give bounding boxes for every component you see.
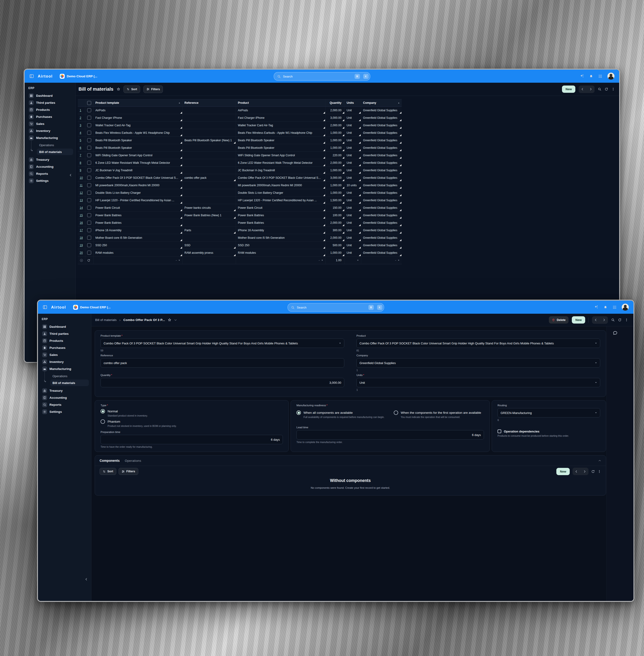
- cell-reference[interactable]: Parts: [183, 227, 236, 234]
- row-checkbox[interactable]: [87, 138, 91, 142]
- cell-quantity[interactable]: 1,500.00: [325, 196, 345, 204]
- cell-reference[interactable]: combo offer pack: [183, 174, 236, 181]
- cell-quantity[interactable]: 2,000.00: [325, 234, 345, 241]
- cell-reference[interactable]: [183, 189, 236, 196]
- row-number-link[interactable]: 2: [80, 116, 81, 119]
- cell-units[interactable]: Unit: [345, 241, 361, 249]
- ai-sparkles-icon[interactable]: [594, 305, 598, 309]
- pager-control[interactable]: [592, 316, 608, 324]
- header-product[interactable]: Product: [236, 99, 325, 107]
- components-sort-button[interactable]: Sort: [99, 468, 116, 475]
- header-units[interactable]: Units: [345, 99, 361, 107]
- row-checkbox[interactable]: [87, 168, 91, 172]
- user-avatar[interactable]: [622, 304, 629, 311]
- cell-company[interactable]: Greenfield Global Supplies: [361, 182, 402, 189]
- cell-quantity[interactable]: 1,000.00: [325, 137, 345, 144]
- sidebar-item-inventory[interactable]: Inventory: [27, 127, 73, 134]
- cell-quantity[interactable]: 1,000.00: [325, 189, 345, 196]
- cell-units[interactable]: Unit: [345, 196, 361, 204]
- cell-units[interactable]: Unit: [345, 219, 361, 226]
- row-checkbox[interactable]: [87, 183, 91, 187]
- filters-button[interactable]: Filters: [143, 86, 163, 93]
- pager-control[interactable]: [579, 86, 595, 93]
- cell-product-template[interactable]: 6 Zone LED Water Resistant Walk Through …: [93, 159, 183, 166]
- cell-quantity[interactable]: 100.00: [325, 212, 345, 219]
- row-checkbox[interactable]: [87, 251, 91, 255]
- cell-product[interactable]: WiFi Sliding Gate Opener Smart App Contr…: [236, 151, 325, 159]
- cell-product[interactable]: Beats Pill Bluetooth Speaker: [236, 137, 325, 144]
- product-template-select[interactable]: Combo Offer Pack Of 3 POP SOCKET Black C…: [100, 338, 344, 348]
- cell-product[interactable]: 6 Zone LED Water Resistant Walk Through …: [236, 159, 325, 166]
- cell-product-template[interactable]: Wallet Tracker Card Air-Tag: [93, 122, 183, 129]
- row-number-link[interactable]: 17: [80, 229, 83, 232]
- row-checkbox[interactable]: [87, 153, 91, 157]
- cell-reference[interactable]: [183, 182, 236, 189]
- cell-reference[interactable]: [183, 196, 236, 204]
- row-checkbox[interactable]: [87, 191, 91, 195]
- row-checkbox[interactable]: [87, 213, 91, 217]
- row-checkbox[interactable]: [87, 123, 91, 127]
- cell-company[interactable]: Greenfield Global Supplies: [361, 151, 402, 159]
- cell-product-template[interactable]: Power Bank Battries: [93, 219, 183, 226]
- radio-normal[interactable]: [100, 409, 105, 414]
- sidebar-item-manufacturing[interactable]: Manufacturing: [27, 134, 73, 141]
- components-pager[interactable]: [573, 468, 589, 475]
- cell-units[interactable]: Unit: [345, 174, 361, 181]
- sidebar-item-sales[interactable]: Sales: [41, 351, 89, 358]
- cell-company[interactable]: Greenfield Global Supplies: [361, 241, 402, 249]
- sidebar-collapse-icon[interactable]: [69, 173, 72, 177]
- cell-reference[interactable]: [183, 129, 236, 136]
- refresh-icon[interactable]: [591, 470, 595, 473]
- cell-company[interactable]: Greenfield Global Supplies: [361, 234, 402, 241]
- sidebar-item-products[interactable]: Products: [27, 106, 73, 113]
- row-number-link[interactable]: 6: [80, 146, 81, 149]
- row-number-link[interactable]: 11: [80, 184, 83, 187]
- more-options-icon[interactable]: [598, 470, 601, 473]
- breadcrumb-parent-link[interactable]: Bill of materials: [95, 318, 117, 322]
- footer-company-agg[interactable]: -: [361, 257, 402, 264]
- cell-quantity[interactable]: 1,000.00: [325, 144, 345, 151]
- footer-product-agg[interactable]: -: [236, 257, 325, 264]
- components-filters-button[interactable]: Filters: [119, 468, 138, 475]
- cell-product[interactable]: Beats Flex Wireless Earbuds - Apple W1 H…: [236, 129, 325, 136]
- cell-reference[interactable]: SSD: [183, 241, 236, 249]
- cell-quantity[interactable]: 1,000.00: [325, 182, 345, 189]
- cell-company[interactable]: Greenfield Global Supplies: [361, 122, 402, 129]
- cell-product-template[interactable]: JC Buckman V-Jog Treadmill: [93, 167, 183, 174]
- header-quantity[interactable]: Quantity: [325, 99, 345, 107]
- browser-tab[interactable]: Demo Cloud ERP (...: [73, 305, 111, 310]
- next-record-icon[interactable]: [602, 319, 605, 322]
- cell-units[interactable]: Unit: [345, 144, 361, 151]
- row-number-link[interactable]: 13: [80, 199, 83, 202]
- row-checkbox[interactable]: [87, 243, 91, 247]
- row-checkbox[interactable]: [87, 131, 91, 135]
- readiness-option-all-components[interactable]: When all components are available: [296, 411, 387, 415]
- cell-quantity[interactable]: 1,000.00: [325, 167, 345, 174]
- units-select[interactable]: Unit: [356, 378, 600, 387]
- row-checkbox[interactable]: [87, 206, 91, 210]
- cell-company[interactable]: Greenfield Global Supplies: [361, 137, 402, 144]
- cell-units[interactable]: Unit: [345, 114, 361, 121]
- row-checkbox[interactable]: [87, 116, 91, 120]
- cell-product-template[interactable]: Power Bank Battries: [93, 212, 183, 219]
- row-checkbox[interactable]: [87, 221, 91, 225]
- cell-reference[interactable]: RAM assembly proess: [183, 249, 236, 256]
- cell-product[interactable]: Power Bank Battries: [236, 219, 325, 226]
- sidebar-item-operations[interactable]: Operations: [37, 142, 73, 148]
- row-number-link[interactable]: 19: [80, 244, 83, 247]
- reference-input[interactable]: combo offer pack: [100, 358, 344, 368]
- row-number-link[interactable]: 7: [80, 154, 81, 157]
- favorite-star-icon[interactable]: [168, 318, 171, 322]
- row-number-link[interactable]: 20: [80, 251, 83, 254]
- cell-product-template[interactable]: WiFi Sliding Gate Opener Smart App Contr…: [93, 151, 183, 159]
- cell-units[interactable]: Unit: [345, 227, 361, 234]
- cell-product-template[interactable]: Beats Flex Wireless Earbuds - Apple W1 H…: [93, 129, 183, 136]
- cell-units[interactable]: 10 units: [345, 182, 361, 189]
- sidebar-item-purchases[interactable]: Purchases: [41, 344, 89, 351]
- ai-sparkles-icon[interactable]: [580, 74, 584, 78]
- cell-company[interactable]: Greenfield Global Supplies: [361, 196, 402, 204]
- cell-units[interactable]: Unit: [345, 234, 361, 241]
- cell-quantity[interactable]: 150.00: [325, 204, 345, 211]
- cell-units[interactable]: Unit: [345, 189, 361, 196]
- list-search-icon[interactable]: [598, 87, 601, 91]
